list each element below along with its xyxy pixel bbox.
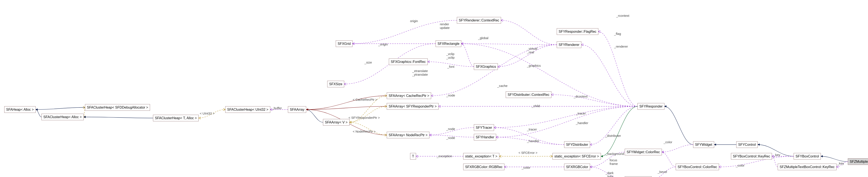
edge-n20-n12 bbox=[429, 135, 474, 137]
edge-label: _color bbox=[736, 164, 745, 167]
edge-n23-n18 bbox=[498, 45, 557, 67]
edge-label: _exception bbox=[437, 154, 452, 158]
node-n11[interactable]: SFAArray< SFYResponderPtr > bbox=[387, 103, 439, 110]
edge-n03-n01 bbox=[84, 117, 153, 118]
node-n35[interactable]: SFYBoxControl bbox=[794, 153, 821, 159]
node-n20[interactable]: SFYHandler bbox=[474, 134, 496, 141]
edge-label: _xtranslate_ytranslate bbox=[412, 69, 428, 76]
edge-n10-n08 bbox=[349, 96, 387, 122]
node-n27[interactable]: SFYWidget::ColorRec bbox=[625, 149, 662, 155]
edge-label: _virtual_real bbox=[527, 47, 537, 54]
edge-n29-n21 bbox=[551, 95, 638, 107]
node-n07[interactable]: SFXSize bbox=[327, 81, 344, 87]
edge-n29-n20 bbox=[496, 107, 638, 137]
edge-n24-n20 bbox=[496, 137, 564, 145]
edge-n02-n00 bbox=[36, 108, 85, 110]
edge-n36-n34 bbox=[837, 162, 848, 167]
node-n21[interactable]: SFYDistributer::ContextRec bbox=[506, 91, 551, 98]
edge-n24-n19 bbox=[494, 128, 564, 145]
edge-n28-n26 bbox=[590, 167, 625, 177]
edge-label: _handler bbox=[527, 139, 539, 143]
edge-n11-n08 bbox=[349, 107, 387, 122]
edge-label: _vclip_uclip bbox=[446, 52, 455, 59]
node-n17[interactable]: SFYRenderer::ContextRec bbox=[457, 17, 501, 24]
edge-label: _node bbox=[446, 93, 455, 97]
edge-label: _color bbox=[522, 166, 530, 169]
node-n29[interactable]: SFYResponder bbox=[638, 103, 664, 110]
node-n33[interactable]: SFYControl bbox=[736, 141, 758, 148]
node-n01[interactable]: SFAClusterHeap< Alloc > bbox=[41, 114, 84, 120]
edge-n12-n08 bbox=[349, 122, 387, 135]
node-n04[interactable]: SFAClusterHeap< UInt32 > bbox=[225, 106, 270, 113]
node-n23[interactable]: SFYRenderer bbox=[557, 41, 581, 48]
node-n18[interactable]: SFXGraphics bbox=[474, 63, 498, 70]
node-n36[interactable]: SFZMultipleTextBoxControl bbox=[848, 158, 868, 165]
edge-label: _flag bbox=[614, 32, 621, 35]
edge-label: _color bbox=[663, 140, 672, 144]
edge-label: < CacheRecPtr > bbox=[353, 98, 377, 101]
edge-n29-n23 bbox=[581, 45, 638, 107]
edge-label: _cache bbox=[497, 84, 507, 88]
node-n26[interactable]: SFXRGBColor bbox=[564, 164, 590, 170]
node-n31[interactable]: SFYWidget bbox=[693, 141, 714, 148]
edge-n29-n22 bbox=[598, 32, 638, 107]
edge-n36-n35 bbox=[821, 156, 848, 162]
edge-label: _font bbox=[447, 65, 454, 68]
node-n09[interactable]: SFXGraphics::FontRec bbox=[389, 58, 428, 65]
node-n03[interactable]: SFAClusterHeap< T, Alloc > bbox=[153, 115, 199, 121]
edge-n30-n27 bbox=[662, 152, 676, 167]
edge-n29-n24 bbox=[590, 107, 638, 145]
edge-n17-n06 bbox=[352, 21, 457, 44]
node-n15[interactable]: static_exception< T > bbox=[463, 153, 499, 159]
edge-n29-n19 bbox=[494, 107, 638, 128]
edge-n18-n09 bbox=[428, 62, 474, 67]
edge-n19-n12 bbox=[429, 128, 474, 135]
node-n14[interactable]: SFXRectangle bbox=[436, 40, 461, 47]
edge-label: _dark_light_base bbox=[606, 171, 614, 177]
edge-label: focusframe bbox=[610, 158, 618, 166]
node-n25[interactable]: static_exception< SFCError > bbox=[553, 153, 601, 159]
node-n00[interactable]: SFAHeap< Alloc > bbox=[4, 106, 36, 113]
edge-n23-n17 bbox=[501, 21, 557, 45]
edge-label: _node bbox=[446, 127, 455, 131]
edge-label: _origin bbox=[378, 42, 388, 46]
edge-label: _handler bbox=[576, 121, 588, 125]
edge-n18-n14 bbox=[461, 44, 474, 67]
node-n32[interactable]: SFYBoxControl::KeyRec bbox=[731, 153, 772, 159]
edge-label: _background bbox=[606, 152, 624, 155]
node-n16[interactable]: SFXRGBColor::RGBRec bbox=[463, 164, 504, 170]
edge-label: _distributer bbox=[605, 134, 621, 138]
edge-label: < UInt32 > bbox=[200, 112, 215, 115]
edge-n34-n32 bbox=[772, 156, 778, 167]
node-n05[interactable]: SFAArray bbox=[288, 106, 306, 113]
node-n12[interactable]: SFAArray< NodeRecPtr > bbox=[387, 132, 429, 138]
edge-label: _tracer bbox=[527, 127, 537, 131]
node-n22[interactable]: SFYResponder::FlagRec bbox=[557, 28, 598, 35]
node-n19[interactable]: SFYTracer bbox=[474, 124, 494, 131]
node-n10[interactable]: SFAArray< CacheRecPtr > bbox=[387, 92, 431, 99]
edge-n10-n05 bbox=[306, 96, 387, 110]
edge-n01-n00 bbox=[36, 110, 41, 117]
edge-n11-n05 bbox=[306, 107, 387, 110]
node-n02[interactable]: SFAClusterHeap< SFDDebugAllocator > bbox=[85, 104, 150, 111]
edge-label: _key bbox=[773, 153, 780, 156]
edge-label: origin bbox=[410, 19, 418, 23]
edge-n30-n28 bbox=[652, 167, 676, 177]
edge-label: < SFYResponderPtr > bbox=[348, 116, 380, 119]
node-n34[interactable]: SFZMultipleTextBoxControl::KeyRec bbox=[778, 164, 837, 170]
edge-label: < NodeRecPtr > bbox=[353, 129, 376, 133]
node-n30[interactable]: SFYBoxControl::ColorRec bbox=[676, 164, 719, 170]
edge-label: _key bbox=[837, 161, 844, 165]
node-n08[interactable]: SFAArray< V > bbox=[323, 119, 349, 125]
edge-n23-n10 bbox=[431, 45, 557, 96]
edge-label: _renderer bbox=[614, 45, 628, 48]
node-n06[interactable]: SFXGrid bbox=[336, 40, 352, 47]
node-n24[interactable]: SFYDistributer bbox=[564, 141, 590, 148]
edge-n23-n14 bbox=[461, 44, 557, 45]
edge-label: _tracer bbox=[576, 112, 586, 115]
edge-n08-n05 bbox=[306, 110, 323, 122]
edge-n31-n27 bbox=[662, 145, 693, 152]
node-n13[interactable]: T bbox=[410, 153, 416, 159]
edge-label: _dcontext bbox=[574, 94, 588, 98]
edge-label: _size bbox=[364, 61, 372, 64]
